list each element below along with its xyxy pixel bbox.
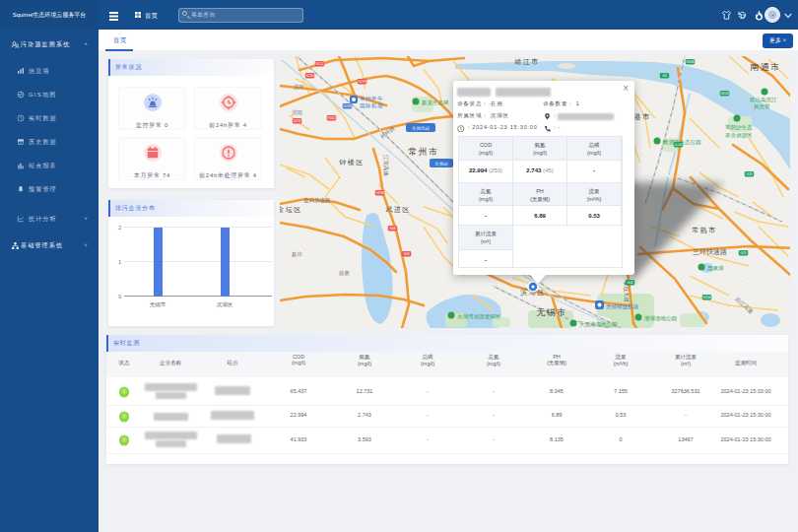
svg-text:G42: G42 bbox=[627, 281, 633, 285]
svg-text:常州奔牛: 常州奔牛 bbox=[360, 96, 383, 101]
svg-text:2: 2 bbox=[118, 225, 121, 231]
svg-text:G204: G204 bbox=[702, 296, 711, 299]
svg-text:太湖湾旅游度假区: 太湖湾旅游度假区 bbox=[457, 313, 501, 320]
svg-text:S338: S338 bbox=[375, 191, 383, 195]
svg-text:G233: G233 bbox=[343, 104, 352, 108]
svg-text:常州站: 常州站 bbox=[434, 162, 448, 166]
svg-text:港市: 港市 bbox=[633, 112, 651, 121]
svg-text:S48: S48 bbox=[389, 227, 395, 231]
svg-text:常州市: 常州市 bbox=[408, 147, 439, 157]
svg-text:漕湖湿地公园: 漕湖湿地公园 bbox=[643, 315, 677, 322]
svg-text:G524: G524 bbox=[720, 92, 729, 96]
svg-text:三环快速路: 三环快速路 bbox=[693, 248, 727, 256]
svg-text:大溪港湿地公园: 大溪港湿地公园 bbox=[579, 321, 618, 328]
svg-text:农业旅游区: 农业旅游区 bbox=[725, 132, 753, 139]
svg-text:金武快速路: 金武快速路 bbox=[303, 197, 331, 203]
svg-text:南通市: 南通市 bbox=[750, 62, 781, 72]
svg-text:洪陆: 洪陆 bbox=[292, 109, 303, 116]
svg-text:靖江市: 靖江市 bbox=[514, 57, 540, 66]
svg-text:G346: G346 bbox=[686, 60, 695, 64]
svg-text:黄泗浦生态公园: 黄泗浦生态公园 bbox=[663, 139, 701, 146]
svg-text:无锡市: 无锡市 bbox=[536, 307, 567, 317]
svg-text:常熟市: 常熟市 bbox=[692, 226, 717, 234]
svg-text:常州北站: 常州北站 bbox=[412, 126, 431, 131]
svg-text:双山岛滨江: 双山岛滨江 bbox=[749, 97, 777, 103]
svg-text:金坛区: 金坛区 bbox=[280, 206, 302, 213]
svg-text:洪甲: 洪甲 bbox=[294, 84, 304, 91]
svg-text:G15: G15 bbox=[740, 251, 747, 255]
svg-text:无锡硕放机场: 无锡硕放机场 bbox=[606, 303, 638, 310]
svg-text:新庄: 新庄 bbox=[292, 251, 303, 257]
svg-text:新龙生态林: 新龙生态林 bbox=[422, 100, 449, 105]
svg-text:无锡市: 无锡市 bbox=[150, 301, 166, 308]
svg-text:G15: G15 bbox=[746, 172, 753, 176]
svg-text:风光带: 风光带 bbox=[754, 103, 770, 110]
svg-text:前黄: 前黄 bbox=[339, 270, 351, 276]
svg-text:S230: S230 bbox=[305, 74, 313, 78]
svg-text:1: 1 bbox=[118, 259, 121, 265]
svg-text:S122: S122 bbox=[315, 62, 323, 66]
svg-text:武进区: 武进区 bbox=[385, 206, 411, 214]
svg-text:0: 0 bbox=[118, 294, 121, 299]
svg-text:S342: S342 bbox=[327, 116, 335, 120]
svg-text:钟楼区: 钟楼区 bbox=[338, 159, 365, 166]
svg-text:G2: G2 bbox=[662, 74, 667, 78]
svg-text:国际机场: 国际机场 bbox=[360, 102, 383, 109]
svg-text:S58: S58 bbox=[403, 252, 409, 256]
svg-text:昆承湖: 昆承湖 bbox=[707, 265, 724, 272]
svg-text:S232: S232 bbox=[293, 119, 300, 123]
svg-text:常阴沙生态: 常阴沙生态 bbox=[725, 124, 753, 131]
svg-text:S239: S239 bbox=[358, 80, 366, 84]
svg-text:滨湖区: 滨湖区 bbox=[217, 301, 233, 308]
svg-text:江宜高速: 江宜高速 bbox=[382, 155, 389, 177]
